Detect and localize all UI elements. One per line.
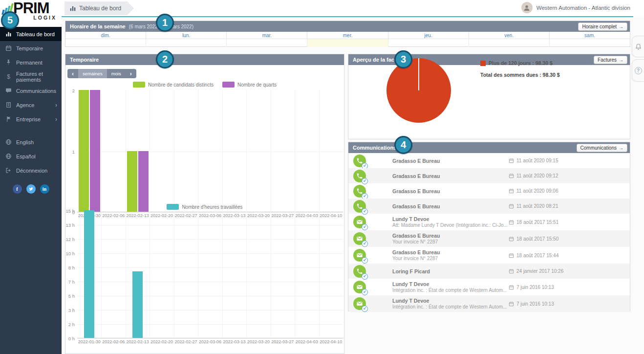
toggle-weeks[interactable]: semaines: [78, 69, 107, 78]
day-header-mer: mer.: [307, 32, 388, 39]
y-axis-tick: 2 h: [68, 322, 77, 327]
communication-date: 18 août 2017 15:44: [509, 253, 558, 258]
calendar-icon: [509, 236, 514, 242]
panel-billing-overview: Aperçu de la facturation Factures→ Plus …: [348, 54, 630, 139]
communication-row[interactable]: ↙ Lundy T Devoe Att: Madame Lundy T Devo…: [348, 214, 630, 230]
flag-icon: [5, 116, 12, 122]
invoices-button[interactable]: Factures→: [594, 56, 627, 64]
globe-icon: [5, 153, 12, 159]
communications-button[interactable]: Communications→: [577, 144, 627, 152]
chevron-right-icon[interactable]: ›: [126, 69, 136, 78]
day-cell-mer[interactable]: [307, 39, 388, 47]
calendar-icon: [509, 203, 514, 209]
communication-date: 11 août 2020 09:15: [509, 158, 558, 163]
incoming-badge-icon: ↙: [362, 241, 368, 247]
full-schedule-button[interactable]: Horaire complet→: [578, 22, 627, 31]
communication-row[interactable]: ↙ Gradasso E Bureau Your invoice N° 2287…: [348, 230, 630, 247]
legend-swatch: [222, 82, 235, 88]
communication-row[interactable]: ↙ Lundy T Devoe Intégration inc. : État …: [348, 295, 630, 312]
sidebar-item-permanent[interactable]: Permanent: [0, 55, 62, 69]
day-cell-dim[interactable]: [65, 39, 146, 47]
billing-pie-chart: [386, 58, 451, 123]
signout-icon: [5, 167, 12, 174]
communication-row[interactable]: ↙ Loring F Picard 24 janvier 2017 10:26: [348, 264, 630, 279]
communication-row[interactable]: ↙ Gradasso E Bureau 11 août 2020 09:06: [348, 183, 630, 199]
user-menu[interactable]: Western Automation - Atlantic division: [521, 2, 630, 13]
chart-legend-hours: Nombre d'heures travaillées: [65, 204, 344, 210]
day-cell-jeu[interactable]: [388, 39, 469, 47]
communication-row[interactable]: ↙ Gradasso E Bureau 11 août 2020 09:15: [348, 153, 630, 168]
chart-legend-candidates-shifts: Nombre de candidats distinctsNombre de q…: [65, 82, 344, 88]
y-axis-tick: 0 h: [68, 336, 77, 341]
annotation-badge-1: 1: [156, 14, 174, 32]
day-cell-ven[interactable]: [469, 39, 550, 47]
x-axis-tick: 2022-03-20: [247, 339, 270, 344]
notifications-tab[interactable]: [632, 36, 644, 57]
chevron-left-icon[interactable]: ‹: [67, 69, 78, 78]
sidebar-item-factures-et-paiements[interactable]: $ Factures et paiements: [0, 69, 62, 84]
arrow-right-icon: →: [619, 57, 623, 63]
contact-name: Gradasso E Bureau: [392, 233, 440, 239]
schedule-day-headers: dim.lun.mar.mer.jeu.ven.sam.: [65, 32, 630, 39]
message-preview: Intégration inc. : État de compte de Wes…: [392, 304, 507, 310]
message-preview: Your invoice N° 2287: [392, 239, 440, 244]
sidebar-item-espa-ol[interactable]: Español: [0, 149, 62, 163]
sidebar-item-english[interactable]: English: [0, 135, 62, 149]
brand-name: PRIM: [13, 2, 49, 15]
sidebar-item-d-connexion[interactable]: Déconnexion: [0, 163, 62, 177]
annotation-badge-2: 2: [156, 50, 174, 68]
pin-icon: [5, 59, 12, 66]
question-icon: ?: [635, 67, 642, 74]
legend-item: Nombre de quarts: [222, 82, 277, 88]
bar-chart-icon: [5, 31, 12, 37]
x-axis-tick: 2022-04-10: [320, 339, 342, 344]
twitter-icon[interactable]: [26, 184, 36, 194]
billing-total: Total des sommes dues : 98.30 $: [480, 72, 560, 78]
avatar: [521, 2, 533, 13]
legend-swatch: [480, 61, 486, 66]
x-axis-tick: 2022-02-27: [175, 339, 197, 344]
calendar-icon: [5, 45, 12, 51]
sidebar-item-agence[interactable]: Agence ›: [0, 98, 62, 112]
x-axis-tick: 2022-02-06: [102, 339, 125, 344]
communication-row[interactable]: ↙ Gradasso E Bureau 11 août 2020 08:21: [348, 199, 630, 214]
linkedin-icon[interactable]: in: [40, 184, 49, 194]
breadcrumb[interactable]: Tableau de bord: [64, 1, 134, 15]
communication-row[interactable]: ↙ Gradasso E Bureau 11 août 2020 09:12: [348, 168, 630, 183]
panel-header: Communications Communications→: [348, 142, 630, 153]
day-cell-mar[interactable]: [227, 39, 307, 47]
bar-2022-02-13-s1: [138, 151, 149, 212]
help-tab[interactable]: ?: [632, 59, 644, 82]
sidebar-item-entreprise[interactable]: Entreprise ›: [0, 112, 62, 126]
x-axis-tick: 2022-01-30: [78, 339, 101, 344]
day-cell-sam[interactable]: [550, 39, 630, 47]
top-bar: Tableau de bord Western Automation - Atl…: [62, 0, 644, 16]
legend-swatch: [167, 204, 179, 210]
communication-date: 7 juin 2016 10:13: [509, 301, 554, 307]
panel-header: Temporaire: [65, 54, 344, 65]
x-axis-tick: 2022-03-27: [271, 339, 294, 344]
communication-date: 7 juin 2016 10:13: [509, 285, 554, 290]
contact-name: Lundy T Devoe: [392, 281, 507, 287]
facebook-icon[interactable]: f: [13, 184, 22, 194]
communication-row[interactable]: ↙ Lundy T Devoe Intégration inc. : État …: [348, 279, 630, 295]
communication-date: 11 août 2020 09:06: [509, 188, 558, 194]
y-axis-tick: 10 h: [66, 251, 78, 256]
day-cell-lun[interactable]: [146, 39, 227, 47]
calendar-icon: [509, 253, 514, 258]
message-preview: Intégration inc. : État de compte de Wes…: [392, 288, 507, 293]
communication-row[interactable]: ↙ Gradasso E Bureau Your invoice N° 2287…: [348, 247, 630, 264]
calendar-icon: [509, 285, 514, 290]
incoming-badge-icon: ↙: [362, 289, 368, 295]
billing-legend: Plus de 120 jours : 98.30 $ Total des so…: [480, 60, 560, 78]
bar-2022-01-30-s1: [90, 90, 100, 212]
sidebar-item-communications[interactable]: Communications: [0, 84, 62, 98]
x-axis-tick: 2022-03-13: [223, 339, 245, 344]
phone-incoming-icon: ↙: [353, 265, 366, 278]
panel-title: Horaire de la semaine: [70, 23, 126, 29]
calendar-icon: [509, 268, 514, 274]
contact-name: Gradasso E Bureau: [392, 188, 440, 194]
sidebar-item-temporaire[interactable]: Temporaire: [0, 41, 62, 55]
day-header-dim: dim.: [65, 32, 146, 39]
toggle-months[interactable]: mois: [107, 69, 126, 78]
